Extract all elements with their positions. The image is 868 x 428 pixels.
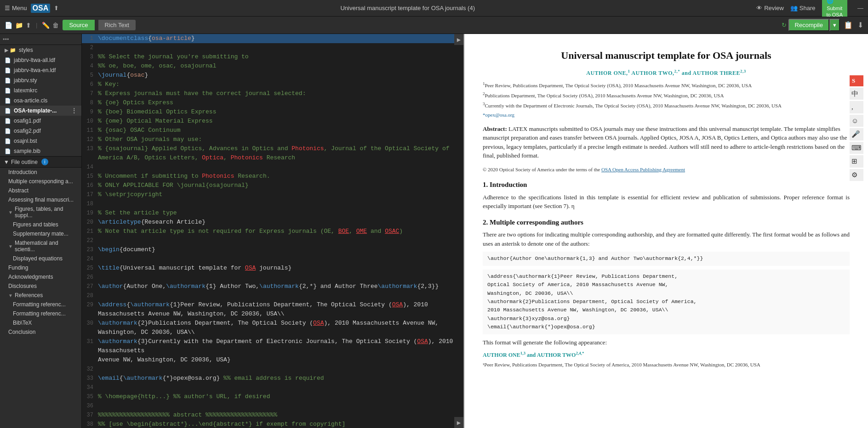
document-title: Universal manuscript template for OSA jo… — [59, 5, 756, 11]
outline-item-displayed[interactable]: Displayed equations — [0, 254, 81, 263]
new-file-icon[interactable]: 📄 — [5, 22, 12, 29]
code-line-26: 26 — [82, 273, 463, 282]
folder-icon[interactable]: 📁 — [15, 22, 23, 29]
code-line-33: 33 \email{\authormark{*}opex@osa.org} %%… — [82, 374, 463, 383]
code-line-19: 19 % Set the article type — [82, 208, 463, 218]
sidebar: ••• ▶ 📁 styles 📄 jabbrv-ltwa-all.ldf 📄 j… — [0, 34, 82, 428]
code-line-1: 1 \documentclass{osa-article} — [82, 34, 463, 43]
sidebar-file-osafig1[interactable]: 📄 osafig1.pdf — [0, 116, 81, 126]
sidebar-file-jabbrv1[interactable]: 📄 jabbrv-ltwa-all.ldf — [0, 55, 81, 65]
upload-icon[interactable]: ⬆ — [54, 5, 59, 11]
outline-item-figures[interactable]: ▼ Figures, tables, and suppl... — [0, 204, 81, 220]
code-editor[interactable]: ▶ 1 \documentclass{osa-article} 2 3 %% S… — [82, 34, 463, 428]
upload-file-icon[interactable]: ⬆ — [26, 22, 31, 29]
code-line-9: 9 % {boe} Biomedical Optics Express — [82, 107, 463, 117]
code-line-15: 15 % Uncomment if submitting to Photonic… — [82, 172, 463, 181]
delete-icon[interactable]: 🗑 — [52, 22, 59, 29]
outline-item-mathematical[interactable]: ▼ Mathematical and scienti... — [0, 238, 81, 254]
file-icon: 📄 — [5, 57, 11, 63]
chinese-icon[interactable]: 中 — [850, 88, 863, 100]
outline-item-formatting-ref1[interactable]: Formatting referenc... — [0, 300, 81, 309]
toolbar: 📄 📁 ⬆ | ✏️ 🗑 Source Rich Text ↻ Recompil… — [0, 17, 868, 34]
sidebar-toolbar: ••• — [0, 34, 81, 45]
recompile-group: ↻ Recompile ▾ — [782, 19, 840, 31]
outline-item-supplementary[interactable]: Supplementary mate... — [0, 229, 81, 238]
code-line-2: 2 — [82, 43, 463, 52]
preview-affil2: 2Publications Department, The Optical So… — [483, 91, 850, 99]
outline-item-bibtex[interactable]: Bib\TeX — [0, 318, 81, 327]
file-icon: 📄 — [5, 68, 11, 73]
code-line-38: 38 %% [use \begin{abstract*}...\end{abst… — [82, 420, 463, 428]
keyboard-icon[interactable]: ⌨ — [850, 142, 863, 154]
outline-item-references[interactable]: ▼ References — [0, 291, 81, 300]
copyright-link[interactable]: OSA Open Access Publishing Agreement — [601, 167, 685, 172]
richtext-tab[interactable]: Rich Text — [98, 20, 136, 30]
file-icon: 📄 — [5, 118, 11, 124]
recompile-dropdown[interactable]: ▾ — [829, 19, 840, 31]
sidebar-file-styles[interactable]: ▶ 📁 styles — [0, 45, 81, 55]
outline-item-introduction[interactable]: Introduction — [0, 168, 81, 177]
source-tab[interactable]: Source — [63, 20, 94, 30]
outline-item-multiple[interactable]: Multiple corresponding a... — [0, 177, 81, 186]
menu-button[interactable]: ☰ Menu — [5, 5, 27, 11]
code-line-6: 6 % Key: — [82, 80, 463, 89]
preview-section2-body: There are two options for indicating mul… — [483, 230, 850, 248]
outline-item-formatting-ref2[interactable]: Formatting referenc... — [0, 309, 81, 318]
code-line-5: 5 \journal{osac} — [82, 71, 463, 80]
sidebar-file-osa-template[interactable]: 📄 OSA-template-... ⋮ — [0, 106, 81, 116]
preview-affil1: 1Peer Review, Publications Department, T… — [483, 81, 850, 89]
outline-item-conclusion[interactable]: Conclusion — [0, 327, 81, 337]
code-line-36: 36 — [82, 401, 463, 411]
sidebar-file-samplebib[interactable]: 📄 sample.bib — [0, 146, 81, 156]
sidebar-file-jabbrv-sty[interactable]: 📄 jabbrv.sty — [0, 75, 81, 85]
nav-down-arrow[interactable]: ▶ — [454, 417, 463, 428]
code-line-27: 27 \author{Author One,\authormark{1} Aut… — [82, 282, 463, 291]
code-line-31b: Avenue NW, Washington, DC 20036, USA} — [82, 355, 463, 365]
sidebar-file-osafig2[interactable]: 📄 osafig2.pdf — [0, 126, 81, 136]
nav-up-arrow[interactable]: ▶ — [454, 34, 463, 45]
main-content: ••• ▶ 📁 styles 📄 jabbrv-ltwa-all.ldf 📄 j… — [0, 34, 868, 428]
preview-section1-title: 1. Introduction — [483, 180, 850, 190]
smiley-icon[interactable]: ☺ — [850, 115, 863, 127]
outline-item-disclosures[interactable]: Disclosures — [0, 282, 81, 291]
sidebar-file-latexmkrc[interactable]: 📄 latexmkrc — [0, 85, 81, 96]
ellipsis-menu[interactable]: ••• — [3, 36, 9, 43]
code-line-20: 20 \articletype{Research Article} — [82, 218, 463, 227]
download-icon[interactable]: ⬇ — [857, 21, 863, 29]
outline-item-assessing[interactable]: Assessing final manuscri... — [0, 195, 81, 204]
file-icon: 📄 — [5, 128, 11, 134]
menu-icon: ☰ — [5, 5, 10, 11]
outline-item-figures-tables[interactable]: Figures and tables — [0, 220, 81, 229]
file-icon: 📄 — [5, 98, 11, 104]
window-minimize-icon[interactable]: — — [857, 5, 863, 11]
file-icon-active: 📄 — [5, 108, 11, 114]
sidebar-file-osajnl[interactable]: 📄 osajnl.bst — [0, 136, 81, 146]
outline-item-funding[interactable]: Funding — [0, 263, 81, 272]
info-badge[interactable]: i — [41, 158, 48, 165]
edit-icon[interactable]: ✏️ — [42, 22, 50, 29]
review-icon: 👁 — [756, 5, 762, 11]
code-line-18: 18 — [82, 199, 463, 208]
comma-icon[interactable]: , — [850, 101, 863, 113]
share-button[interactable]: 👥 Share — [790, 5, 816, 11]
grid-icon[interactable]: ⊞ — [850, 155, 863, 168]
code-line-29: 29 \address{\authormark{1}Peer Review, P… — [82, 300, 463, 319]
sidebar-file-osa-article[interactable]: 📄 osa-article.cls — [0, 96, 81, 106]
recompile-button[interactable]: Recompile — [788, 19, 829, 31]
file-options-icon[interactable]: ⋮ — [71, 107, 77, 114]
review-button[interactable]: 👁 Review — [756, 5, 784, 11]
preview-section2-title: 2. Multiple corresponding authors — [483, 217, 850, 228]
sidebar-file-jabbrv2[interactable]: 📄 jabbrv-ltwa-en.ldf — [0, 65, 81, 75]
document-icon[interactable]: 📋 — [844, 21, 853, 29]
preview-floating-toolbar: S 中 , ☺ 🎤 ⌨ ⊞ ⚙ — [850, 75, 863, 181]
outline-item-abstract[interactable]: Abstract — [0, 186, 81, 195]
settings-icon[interactable]: ⚙ — [850, 169, 863, 181]
mic-icon[interactable]: 🎤 — [850, 128, 863, 141]
code-line-25: 25 \title{Universal manuscript template … — [82, 264, 463, 273]
outline-item-acknowledgments[interactable]: Acknowledgments — [0, 272, 81, 282]
code-line-35: 35 % \homepage{http...} %% author's URL,… — [82, 392, 463, 401]
outline-expand-icon[interactable]: ▼ — [4, 159, 9, 165]
osa-logo: OSA — [31, 4, 51, 13]
title-bar-left: ☰ Menu OSA ⬆ — [5, 4, 59, 13]
s-icon[interactable]: S — [850, 75, 863, 86]
